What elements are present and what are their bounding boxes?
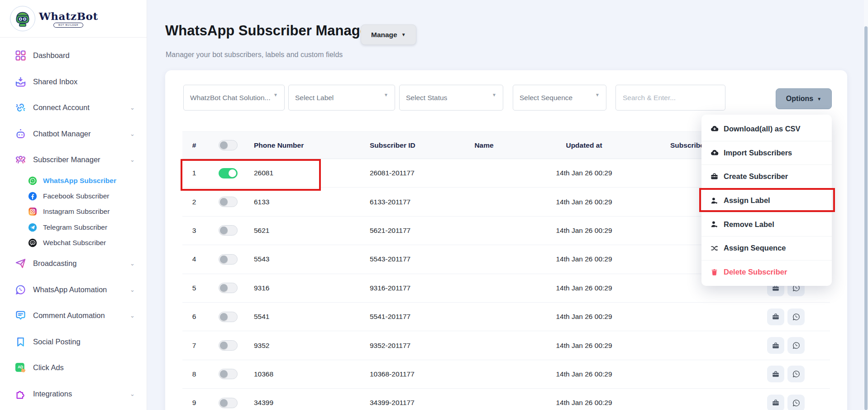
whatsapp-chat-button[interactable]	[787, 337, 805, 354]
menu-item-remove-label[interactable]: Remove Label	[701, 212, 832, 236]
chevron-down-icon: ⌄	[130, 156, 135, 163]
caret-down-icon: ▼	[273, 92, 278, 97]
whatsapp-chat-button[interactable]	[787, 309, 805, 325]
sidebar-item-social-posting[interactable]: Social Posting	[0, 328, 147, 355]
whatsapp-outline-icon	[792, 370, 801, 378]
label-select[interactable]: Select Label ▼	[288, 85, 395, 111]
row-index: 4	[182, 245, 206, 273]
sequence-select[interactable]: Select Sequence ▼	[513, 85, 606, 111]
sidebar-item-telegram-subscriber[interactable]: Telegram Subscriber	[0, 219, 147, 235]
sidebar-item-whatsapp-automation[interactable]: WhatsApp Automation ⌄	[0, 276, 147, 303]
menu-item-assign-label[interactable]: Assign Label	[701, 188, 832, 212]
scrollbar-thumb[interactable]	[864, 26, 868, 410]
header-name: Name	[447, 132, 521, 159]
whatsapp-outline-icon	[792, 341, 801, 350]
row-toggle[interactable]	[219, 254, 238, 265]
row-toggle[interactable]	[219, 398, 238, 408]
header-updated-at: Updated at	[540, 132, 628, 159]
menu-item-import-subscribers[interactable]: Import Subscribers	[701, 141, 832, 165]
search-input[interactable]	[615, 85, 725, 111]
sidebar-item-chatbot-manager[interactable]: Chatbot Manager ⌄	[0, 121, 147, 147]
sidebar-item-integrations[interactable]: Integrations ⌄	[0, 381, 147, 407]
whatsapp-outline-icon	[792, 313, 801, 321]
briefcase-icon	[709, 172, 720, 181]
person-tag-icon	[709, 196, 720, 205]
paper-plane-icon	[14, 257, 27, 270]
row-index: 6	[182, 303, 206, 331]
row-updated-at: 14th Jan 26 00:29	[540, 159, 628, 187]
whatsapp-chat-button[interactable]	[787, 395, 805, 410]
row-phone: 9316	[254, 274, 365, 302]
sidebar-item-shared-inbox[interactable]: Shared Inbox	[0, 69, 147, 95]
brand-name: WhatzBot	[39, 10, 98, 22]
row-name	[447, 389, 521, 410]
manage-button[interactable]: Manage ▼	[361, 24, 416, 45]
sidebar-item-comment-automation[interactable]: Comment Automation ⌄	[0, 303, 147, 329]
row-phone: 5543	[254, 245, 365, 273]
dashboard-icon	[14, 49, 27, 63]
whatsapp-outline-icon	[792, 399, 801, 407]
header-toggle-cell	[210, 132, 246, 159]
menu-item-download-csv[interactable]: Download(all) as CSV	[701, 117, 832, 141]
sidebar-item-click-ads[interactable]: AD Click Ads	[0, 355, 147, 381]
brand-logo[interactable]: WhatzBot BOT BUILDER	[0, 0, 147, 38]
menu-item-create-subscriber[interactable]: Create Subscriber	[701, 164, 832, 188]
whatsapp-bubble-icon	[14, 283, 27, 296]
sidebar-item-connect-account[interactable]: Connect Account ⌄	[0, 95, 147, 121]
sidebar-item-broadcasting[interactable]: Broadcasting ⌄	[0, 251, 147, 277]
row-updated-at: 14th Jan 26 00:29	[540, 188, 628, 216]
whatsapp-chat-button[interactable]	[787, 366, 805, 382]
ad-click-icon: AD	[14, 361, 27, 375]
row-index: 9	[182, 389, 206, 410]
row-subscribed-at	[670, 360, 765, 388]
row-phone: 6133	[254, 188, 365, 216]
row-toggle-cell	[210, 331, 246, 359]
row-toggle[interactable]	[219, 197, 238, 207]
account-select[interactable]: WhatzBot Chat Solution... ▼	[183, 85, 285, 111]
sidebar-item-facebook-subscriber[interactable]: Facebook Subscriber	[0, 188, 147, 204]
puzzle-icon	[14, 387, 27, 400]
table-row: 7 9352 9352-201177 14th Jan 26 00:29	[182, 331, 830, 360]
options-button[interactable]: Options ▼	[776, 88, 832, 109]
row-toggle[interactable]	[219, 225, 238, 236]
cloud-download-icon	[709, 124, 720, 133]
brand-tagline: BOT BUILDER	[53, 23, 83, 28]
subscriber-detail-button[interactable]	[767, 395, 784, 410]
row-toggle[interactable]	[219, 340, 238, 351]
row-toggle[interactable]	[219, 168, 238, 178]
menu-item-delete-subscriber[interactable]: Delete Subscriber	[701, 260, 832, 284]
row-updated-at: 14th Jan 26 00:29	[540, 331, 628, 359]
sidebar-item-dashboard[interactable]: Dashboard	[0, 43, 147, 69]
row-phone: 26081	[254, 159, 365, 187]
select-all-toggle[interactable]	[219, 140, 238, 150]
row-index: 3	[182, 217, 206, 245]
subscriber-detail-button[interactable]	[767, 309, 784, 325]
options-menu: Download(all) as CSV Import Subscribers …	[701, 115, 832, 286]
row-phone: 34399	[254, 389, 365, 410]
sidebar-item-whatsapp-subscriber[interactable]: WhatsApp Subscriber	[0, 173, 147, 188]
row-name	[447, 331, 521, 359]
people-group-icon	[14, 153, 27, 167]
chevron-down-icon: ⌄	[130, 104, 135, 111]
sidebar-item-webchat-subscriber[interactable]: Webchat Subscriber	[0, 235, 147, 251]
row-toggle[interactable]	[219, 312, 238, 322]
sidebar: WhatzBot BOT BUILDER Dashboard Shared In…	[0, 0, 147, 410]
row-toggle-cell	[210, 389, 246, 410]
comment-icon	[14, 309, 27, 323]
subscriber-detail-button[interactable]	[767, 366, 784, 382]
sidebar-item-instagram-subscriber[interactable]: Instagram Subscriber	[0, 204, 147, 219]
row-toggle-cell	[210, 360, 246, 388]
menu-item-assign-sequence[interactable]: Assign Sequence	[701, 236, 832, 260]
row-actions	[767, 331, 830, 359]
sidebar-item-subscriber-manager[interactable]: Subscriber Manager ⌄	[0, 147, 147, 173]
row-updated-at: 14th Jan 26 00:29	[540, 389, 628, 410]
subscriber-detail-button[interactable]	[767, 337, 784, 354]
status-select[interactable]: Select Status ▼	[399, 85, 503, 111]
briefcase-icon	[772, 399, 780, 407]
row-toggle[interactable]	[219, 283, 238, 293]
row-toggle[interactable]	[219, 369, 238, 379]
chevron-down-icon: ⌄	[130, 391, 135, 397]
row-phone: 10368	[254, 360, 365, 388]
row-actions	[767, 303, 830, 331]
sidebar-nav: Dashboard Shared Inbox Connect Account	[0, 38, 147, 407]
